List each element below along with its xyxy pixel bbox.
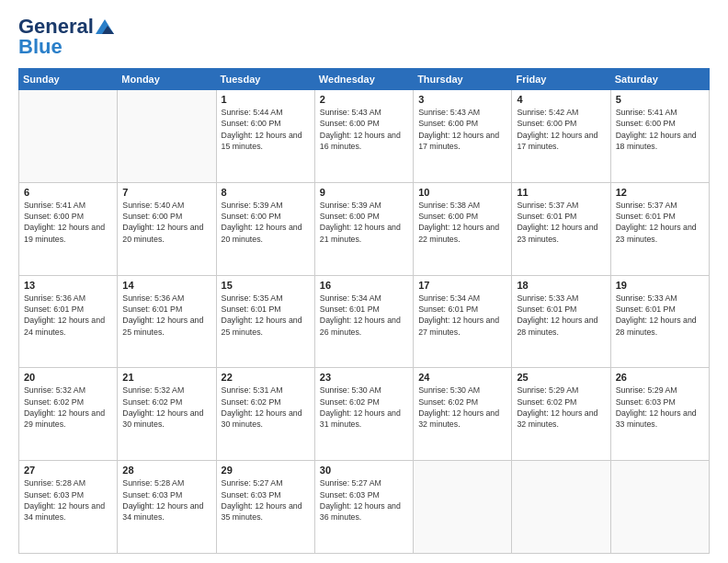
day-number: 11 xyxy=(517,187,605,198)
calendar-cell: 17Sunrise: 5:34 AM Sunset: 6:01 PM Dayli… xyxy=(414,275,512,368)
calendar-cell xyxy=(118,90,216,183)
weekday-header: Wednesday xyxy=(314,69,413,90)
day-info: Sunrise: 5:44 AM Sunset: 6:00 PM Dayligh… xyxy=(222,107,310,152)
calendar-cell: 4Sunrise: 5:42 AM Sunset: 6:00 PM Daylig… xyxy=(512,90,610,183)
calendar-cell: 20Sunrise: 5:32 AM Sunset: 6:02 PM Dayli… xyxy=(19,368,118,461)
day-number: 1 xyxy=(222,94,310,105)
day-number: 9 xyxy=(320,187,408,198)
day-info: Sunrise: 5:36 AM Sunset: 6:01 PM Dayligh… xyxy=(24,293,112,338)
day-number: 20 xyxy=(24,372,112,383)
calendar-week-row: 1Sunrise: 5:44 AM Sunset: 6:00 PM Daylig… xyxy=(19,90,710,183)
day-info: Sunrise: 5:28 AM Sunset: 6:03 PM Dayligh… xyxy=(24,477,112,523)
day-info: Sunrise: 5:27 AM Sunset: 6:03 PM Dayligh… xyxy=(320,477,408,523)
day-info: Sunrise: 5:37 AM Sunset: 6:01 PM Dayligh… xyxy=(616,200,704,245)
day-number: 23 xyxy=(320,372,408,383)
calendar-cell: 25Sunrise: 5:29 AM Sunset: 6:02 PM Dayli… xyxy=(512,368,610,461)
day-number: 4 xyxy=(517,94,605,105)
day-number: 25 xyxy=(517,372,605,383)
calendar-cell: 13Sunrise: 5:36 AM Sunset: 6:01 PM Dayli… xyxy=(19,275,118,368)
day-number: 13 xyxy=(24,280,112,291)
weekday-header: Tuesday xyxy=(216,69,314,90)
calendar-cell: 2Sunrise: 5:43 AM Sunset: 6:00 PM Daylig… xyxy=(314,90,413,183)
day-number: 28 xyxy=(122,465,210,476)
day-info: Sunrise: 5:33 AM Sunset: 6:01 PM Dayligh… xyxy=(517,293,605,338)
day-info: Sunrise: 5:30 AM Sunset: 6:02 PM Dayligh… xyxy=(320,385,408,430)
day-number: 17 xyxy=(418,280,506,291)
day-info: Sunrise: 5:39 AM Sunset: 6:00 PM Dayligh… xyxy=(222,200,310,245)
calendar-cell: 21Sunrise: 5:32 AM Sunset: 6:02 PM Dayli… xyxy=(118,368,216,461)
day-number: 30 xyxy=(320,465,408,476)
calendar-cell xyxy=(414,461,512,554)
weekday-header: Friday xyxy=(512,69,610,90)
calendar-cell: 16Sunrise: 5:34 AM Sunset: 6:01 PM Dayli… xyxy=(314,275,413,368)
day-info: Sunrise: 5:33 AM Sunset: 6:01 PM Dayligh… xyxy=(616,293,704,338)
page: General Blue SundayMondayTuesdayWednesda… xyxy=(0,0,728,563)
day-info: Sunrise: 5:34 AM Sunset: 6:01 PM Dayligh… xyxy=(320,293,408,338)
calendar-cell: 14Sunrise: 5:36 AM Sunset: 6:01 PM Dayli… xyxy=(118,275,216,368)
logo-blue: Blue xyxy=(18,35,63,58)
logo: General Blue xyxy=(18,15,116,59)
calendar-cell xyxy=(512,461,610,554)
calendar-cell: 18Sunrise: 5:33 AM Sunset: 6:01 PM Dayli… xyxy=(512,275,610,368)
header: General Blue xyxy=(18,15,710,59)
day-number: 7 xyxy=(122,187,210,198)
day-number: 5 xyxy=(616,94,704,105)
day-info: Sunrise: 5:32 AM Sunset: 6:02 PM Dayligh… xyxy=(24,385,112,430)
day-info: Sunrise: 5:38 AM Sunset: 6:00 PM Dayligh… xyxy=(418,200,506,245)
day-number: 12 xyxy=(616,187,704,198)
weekday-header: Monday xyxy=(118,69,216,90)
day-info: Sunrise: 5:42 AM Sunset: 6:00 PM Dayligh… xyxy=(517,107,605,152)
day-info: Sunrise: 5:31 AM Sunset: 6:02 PM Dayligh… xyxy=(222,385,310,430)
day-info: Sunrise: 5:40 AM Sunset: 6:00 PM Dayligh… xyxy=(122,200,210,245)
day-info: Sunrise: 5:37 AM Sunset: 6:01 PM Dayligh… xyxy=(517,200,605,245)
day-info: Sunrise: 5:35 AM Sunset: 6:01 PM Dayligh… xyxy=(222,293,310,338)
calendar-cell: 10Sunrise: 5:38 AM Sunset: 6:00 PM Dayli… xyxy=(414,182,512,275)
weekday-header: Thursday xyxy=(414,69,512,90)
calendar-cell: 30Sunrise: 5:27 AM Sunset: 6:03 PM Dayli… xyxy=(314,461,413,554)
calendar-week-row: 6Sunrise: 5:41 AM Sunset: 6:00 PM Daylig… xyxy=(19,182,710,275)
logo-triangle-icon xyxy=(96,17,114,36)
day-info: Sunrise: 5:34 AM Sunset: 6:01 PM Dayligh… xyxy=(418,293,506,338)
day-number: 19 xyxy=(616,280,704,291)
calendar-cell: 7Sunrise: 5:40 AM Sunset: 6:00 PM Daylig… xyxy=(118,182,216,275)
calendar-cell: 11Sunrise: 5:37 AM Sunset: 6:01 PM Dayli… xyxy=(512,182,610,275)
calendar-cell: 12Sunrise: 5:37 AM Sunset: 6:01 PM Dayli… xyxy=(610,182,709,275)
calendar-cell: 15Sunrise: 5:35 AM Sunset: 6:01 PM Dayli… xyxy=(216,275,314,368)
day-info: Sunrise: 5:29 AM Sunset: 6:02 PM Dayligh… xyxy=(517,385,605,430)
calendar-week-row: 20Sunrise: 5:32 AM Sunset: 6:02 PM Dayli… xyxy=(19,368,710,461)
calendar-cell: 19Sunrise: 5:33 AM Sunset: 6:01 PM Dayli… xyxy=(610,275,709,368)
calendar-week-row: 13Sunrise: 5:36 AM Sunset: 6:01 PM Dayli… xyxy=(19,275,710,368)
day-number: 22 xyxy=(222,372,310,383)
calendar-cell: 9Sunrise: 5:39 AM Sunset: 6:00 PM Daylig… xyxy=(314,182,413,275)
day-number: 27 xyxy=(24,465,112,476)
day-info: Sunrise: 5:36 AM Sunset: 6:01 PM Dayligh… xyxy=(122,293,210,338)
day-number: 14 xyxy=(122,280,210,291)
weekday-header: Sunday xyxy=(19,69,118,90)
weekday-header-row: SundayMondayTuesdayWednesdayThursdayFrid… xyxy=(19,69,710,90)
day-info: Sunrise: 5:41 AM Sunset: 6:00 PM Dayligh… xyxy=(616,107,704,152)
calendar-cell: 5Sunrise: 5:41 AM Sunset: 6:00 PM Daylig… xyxy=(610,90,709,183)
calendar-cell: 3Sunrise: 5:43 AM Sunset: 6:00 PM Daylig… xyxy=(414,90,512,183)
calendar-cell: 8Sunrise: 5:39 AM Sunset: 6:00 PM Daylig… xyxy=(216,182,314,275)
day-number: 16 xyxy=(320,280,408,291)
calendar-cell: 27Sunrise: 5:28 AM Sunset: 6:03 PM Dayli… xyxy=(19,461,118,554)
day-number: 15 xyxy=(222,280,310,291)
day-info: Sunrise: 5:28 AM Sunset: 6:03 PM Dayligh… xyxy=(122,477,210,523)
day-number: 10 xyxy=(418,187,506,198)
day-number: 21 xyxy=(122,372,210,383)
day-info: Sunrise: 5:43 AM Sunset: 6:00 PM Dayligh… xyxy=(418,107,506,152)
day-number: 29 xyxy=(222,465,310,476)
day-info: Sunrise: 5:41 AM Sunset: 6:00 PM Dayligh… xyxy=(24,200,112,245)
day-info: Sunrise: 5:27 AM Sunset: 6:03 PM Dayligh… xyxy=(222,477,310,523)
calendar-cell: 22Sunrise: 5:31 AM Sunset: 6:02 PM Dayli… xyxy=(216,368,314,461)
weekday-header: Saturday xyxy=(610,69,709,90)
calendar-cell: 28Sunrise: 5:28 AM Sunset: 6:03 PM Dayli… xyxy=(118,461,216,554)
day-number: 8 xyxy=(222,187,310,198)
day-info: Sunrise: 5:32 AM Sunset: 6:02 PM Dayligh… xyxy=(122,385,210,430)
day-number: 2 xyxy=(320,94,408,105)
calendar-cell: 23Sunrise: 5:30 AM Sunset: 6:02 PM Dayli… xyxy=(314,368,413,461)
calendar-cell: 1Sunrise: 5:44 AM Sunset: 6:00 PM Daylig… xyxy=(216,90,314,183)
day-number: 24 xyxy=(418,372,506,383)
calendar-cell: 26Sunrise: 5:29 AM Sunset: 6:03 PM Dayli… xyxy=(610,368,709,461)
day-number: 3 xyxy=(418,94,506,105)
